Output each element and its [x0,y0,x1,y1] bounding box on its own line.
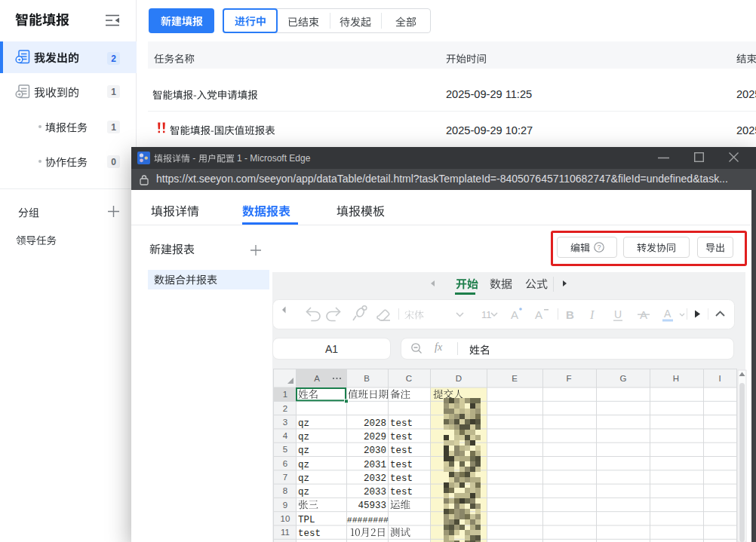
svg-text:B: B [566,308,574,321]
svg-text:qz: qz [298,460,309,470]
svg-text:qz: qz [298,473,309,484]
svg-text:11: 11 [281,528,290,537]
svg-text:########: ######## [347,515,389,525]
svg-text:qz: qz [298,432,309,442]
svg-text:10: 10 [281,514,290,523]
svg-text:A: A [314,374,320,383]
svg-text:11: 11 [481,309,492,320]
svg-text:1: 1 [283,390,287,399]
svg-text:qz: qz [298,418,309,429]
svg-text:F: F [566,374,571,383]
svg-text:E: E [512,374,518,383]
svg-text:test: test [390,446,413,456]
svg-text:8: 8 [283,486,287,495]
svg-text:A: A [511,308,518,321]
svg-text:U: U [614,308,622,320]
svg-text:2029: 2029 [364,432,386,442]
svg-text:test: test [390,418,413,429]
svg-text:A: A [535,308,542,321]
svg-text:2030: 2030 [364,446,386,456]
svg-text:test: test [390,487,413,498]
svg-text:D: D [456,374,462,383]
svg-text:2033: 2033 [364,487,386,498]
svg-text:I: I [589,308,595,321]
svg-text:test: test [298,528,321,539]
svg-text:I: I [718,374,721,383]
svg-text:test: test [390,460,413,470]
svg-text:9: 9 [283,501,287,510]
svg-text:A: A [664,308,671,320]
svg-text:TPL: TPL [298,515,315,525]
svg-text:2031: 2031 [364,460,386,470]
svg-text:6: 6 [283,459,287,468]
svg-text:qz: qz [298,487,309,498]
svg-text:qz: qz [298,446,309,456]
svg-text:5: 5 [283,445,287,454]
svg-text:3: 3 [283,418,287,427]
svg-text:2032: 2032 [364,473,386,484]
svg-text:4: 4 [283,431,288,440]
svg-text:B: B [364,374,370,383]
svg-text:45933: 45933 [358,501,386,511]
svg-text:test: test [390,432,413,442]
svg-text:G: G [620,374,627,383]
svg-text:2: 2 [283,404,287,413]
svg-text:7: 7 [283,473,287,482]
svg-text:2028: 2028 [364,418,386,429]
svg-text:H: H [673,374,679,383]
svg-text:test: test [390,473,413,484]
svg-text:C: C [406,374,412,383]
